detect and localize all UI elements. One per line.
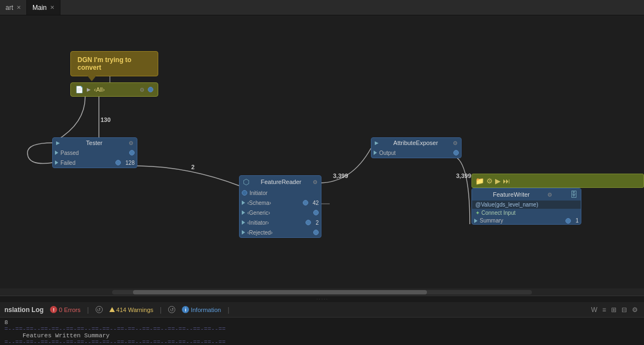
feature-reader-schema-label: ‹Schema› (247, 200, 301, 206)
dgn-comment-node: DGN I'm trying to convert (70, 51, 158, 76)
reload-icon: ↺ (96, 306, 103, 313)
input-node[interactable]: 📄 ▶ ‹All› ⚙ (70, 82, 158, 97)
tab-main[interactable]: Main ✕ (27, 0, 60, 15)
info-label: Information (191, 307, 221, 313)
canvas-area[interactable]: DGN I'm trying to convert 📄 ▶ ‹All› ⚙ ▶ … (0, 15, 644, 288)
conn-label-3399-left: 3,399 (333, 172, 348, 179)
tester-passed-tri (55, 151, 58, 155)
scroll-thumb[interactable] (133, 290, 427, 294)
tester-node-gear[interactable]: ⚙ (129, 140, 134, 146)
fw-summary-port[interactable] (565, 218, 571, 224)
conn-label-130: 130 (101, 116, 110, 123)
tester-failed-port[interactable] (115, 160, 121, 165)
attribute-exposer-output-row: Output (371, 148, 461, 158)
error-icon: ! (50, 306, 57, 313)
log-stat-warnings[interactable]: 414 Warnings (109, 307, 153, 313)
scroll-track[interactable] (112, 290, 532, 294)
feature-reader-init-value: 2 (315, 220, 319, 226)
log-stat-info[interactable]: ↺ (168, 306, 175, 313)
feature-reader-generic-port[interactable] (313, 210, 319, 215)
attribute-exposer-gear[interactable]: ⚙ (453, 140, 458, 146)
feature-reader-initiator-label: Initiator (249, 190, 319, 196)
attribute-exposer-output-port[interactable] (453, 150, 459, 155)
log-sep-2: | (160, 306, 162, 314)
tester-play-icon: ▶ (56, 140, 60, 146)
log-icon-w[interactable]: W (590, 305, 599, 314)
tester-failed-row: Failed 128 (53, 158, 137, 168)
feature-writer-connect-row[interactable]: ✦ Connect Input (472, 209, 581, 217)
log-line-3: Features Written Summary (4, 332, 640, 339)
feature-reader-init-out-tri (242, 220, 245, 225)
feature-reader-schema-port[interactable] (303, 200, 308, 205)
log-icon-list[interactable]: ≡ (601, 305, 608, 314)
feature-writer-gear[interactable]: ⚙ (547, 192, 552, 198)
fw-connect-plus: ✦ (475, 210, 480, 216)
attribute-exposer-play: ▶ (375, 140, 379, 146)
feature-writer-summary-row: Summary 1 (472, 217, 581, 224)
feature-reader-schema-tri (242, 201, 245, 205)
feature-reader-generic-row: ‹Generic› (240, 208, 321, 218)
tester-node: ▶ Tester ⚙ Passed Failed 128 (52, 137, 137, 168)
input-node-out-port[interactable] (148, 87, 153, 92)
feature-reader-generic-tri (242, 210, 245, 215)
feature-writer-value: @Value(gds_level_name) (475, 202, 538, 208)
info-icon: i (182, 306, 189, 313)
tester-passed-label: Passed (60, 150, 127, 156)
feature-writer-value-row: @Value(gds_level_name) (472, 201, 581, 209)
tab-main-close[interactable]: ✕ (50, 4, 54, 10)
log-icon-filter1[interactable]: ⊞ (609, 305, 618, 314)
feature-writer-title: FeatureWriter (493, 191, 530, 198)
tester-failed-tri (55, 160, 58, 165)
warning-icon (109, 307, 115, 312)
feature-reader-rejected-row: ‹Rejected› (240, 227, 321, 237)
feature-reader-initiator-in[interactable] (242, 190, 247, 196)
feature-reader-node: ⬡ FeatureReader ⚙ Initiator ‹Schema› 42 … (239, 175, 321, 238)
log-stat-info-label[interactable]: i Information (182, 306, 221, 313)
conn-label-3399-right: 3,399 (456, 172, 471, 179)
log-line-1: =--==-==--==-==--==-==--==-==--==-==--==… (4, 326, 640, 332)
feature-writer-db-icon: 🗄 (570, 190, 578, 199)
tab-start-close[interactable]: ✕ (16, 4, 21, 10)
conn-label-2: 2 (191, 164, 195, 170)
fw-toolbar-play[interactable]: ▶ (495, 177, 501, 185)
input-node-icon: 📄 (75, 86, 84, 93)
tester-failed-label: Failed (60, 160, 113, 166)
scroll-dots: · · · · · (0, 296, 644, 302)
tester-passed-port[interactable] (129, 150, 135, 155)
tester-failed-value: 128 (125, 160, 135, 166)
feature-reader-rejected-port[interactable] (313, 230, 319, 235)
feature-reader-init-out-port[interactable] (306, 220, 311, 225)
feature-writer-node: FeatureWriter ⚙ 🗄 @Value(gds_level_name)… (471, 188, 581, 225)
tester-passed-row: Passed (53, 148, 137, 158)
feature-reader-initiator-out-row: ‹Initiator› 2 (240, 218, 321, 227)
feature-reader-header: ⬡ FeatureReader ⚙ (240, 176, 321, 188)
fw-toolbar-folder[interactable]: 📁 (475, 177, 484, 185)
tab-main-label: Main (32, 4, 47, 12)
feature-reader-rejected-label: ‹Rejected› (247, 230, 311, 236)
log-icon-filter2[interactable]: ⊟ (620, 305, 629, 314)
log-header: nslation Log ! 0 Errors | ↺ 414 Warnings… (0, 302, 644, 318)
log-panel: nslation Log ! 0 Errors | ↺ 414 Warnings… (0, 302, 644, 345)
log-stat-reload[interactable]: ↺ (96, 306, 103, 313)
tab-start-label: art (5, 4, 13, 12)
feature-reader-gear[interactable]: ⚙ (313, 179, 318, 185)
tab-bar: art ✕ Main ✕ (0, 0, 644, 15)
feature-reader-schema-value: 42 (313, 200, 319, 206)
log-icon-settings[interactable]: ⚙ (630, 305, 640, 314)
feature-reader-title: FeatureReader (261, 179, 302, 185)
fw-toolbar-settings[interactable]: ⚙ (486, 177, 493, 185)
fw-toolbar-skip[interactable]: ⏭ (503, 177, 510, 185)
feature-reader-rejected-tri (242, 230, 245, 235)
input-node-gear[interactable]: ⚙ (140, 87, 145, 93)
fw-summary-tri (474, 219, 478, 223)
log-line-0: 8 (4, 319, 640, 326)
feature-reader-initiator-row: Initiator (240, 188, 321, 198)
errors-count: 0 Errors (59, 307, 80, 313)
feature-reader-init-out-label: ‹Initiator› (247, 220, 303, 226)
log-stat-errors[interactable]: ! 0 Errors (50, 306, 80, 313)
fw-summary-value: 1 (575, 218, 579, 224)
input-node-label: ‹All› (94, 86, 105, 93)
tab-start[interactable]: art ✕ (0, 0, 27, 15)
scroll-area (0, 288, 644, 296)
attribute-exposer-title: AttributeExposer (393, 140, 438, 146)
